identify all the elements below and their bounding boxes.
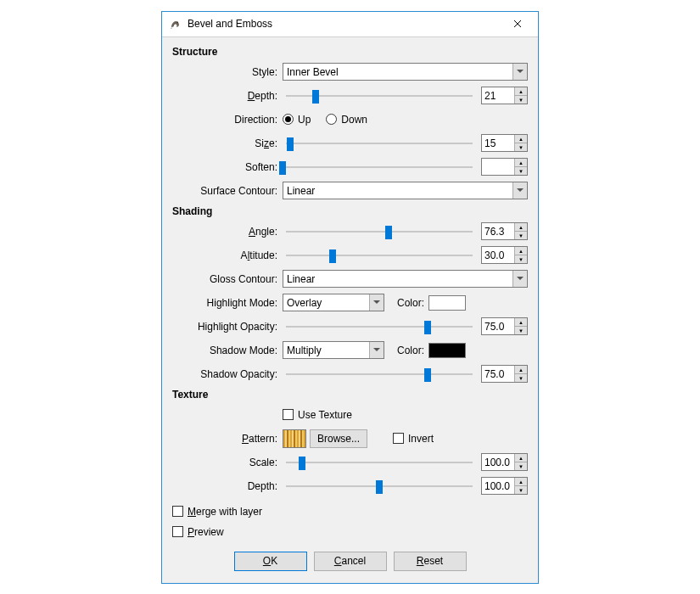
ok-button[interactable]: OK (234, 552, 307, 571)
highlight-mode-value: Overlay (283, 294, 369, 311)
angle-input[interactable] (482, 223, 514, 239)
merge-label: Merge with layer (188, 506, 262, 518)
close-button[interactable] (501, 12, 535, 36)
bevel-emboss-dialog: Bevel and Emboss Structure Style: Inner … (161, 11, 539, 584)
highlight-color-swatch[interactable] (428, 295, 466, 311)
texture-depth-spinner[interactable]: ▲▼ (481, 477, 528, 495)
structure-heading: Structure (172, 46, 528, 58)
spin-up-icon[interactable]: ▲ (515, 454, 527, 462)
highlight-mode-label: Highlight Mode: (172, 297, 283, 309)
spin-down-icon[interactable]: ▼ (515, 486, 527, 494)
angle-label: Angle: (172, 226, 283, 238)
shadow-opacity-slider[interactable] (283, 366, 476, 383)
soften-label: Soften: (172, 161, 283, 173)
soften-spinner[interactable]: ▲▼ (481, 158, 528, 176)
size-spinner[interactable]: ▲▼ (481, 134, 528, 152)
radio-indicator (326, 114, 337, 125)
texture-depth-label: Depth: (172, 480, 283, 492)
texture-depth-input[interactable] (482, 478, 514, 494)
invert-label: Invert (408, 433, 434, 445)
direction-up-label: Up (298, 114, 311, 126)
surface-contour-combo[interactable]: Linear (283, 182, 528, 199)
shading-heading: Shading (172, 205, 528, 217)
spin-up-icon[interactable]: ▲ (515, 135, 527, 143)
gloss-contour-combo[interactable]: Linear (283, 270, 528, 288)
shadow-opacity-spinner[interactable]: ▲▼ (481, 365, 528, 383)
spin-down-icon[interactable]: ▼ (515, 327, 527, 334)
gloss-contour-value: Linear (283, 271, 512, 287)
style-combo[interactable]: Inner Bevel (283, 63, 528, 81)
spin-up-icon[interactable]: ▲ (515, 159, 527, 167)
depth-spinner[interactable]: ▲▼ (481, 87, 528, 104)
spin-down-icon[interactable]: ▼ (515, 255, 527, 263)
soften-slider[interactable] (283, 159, 476, 176)
highlight-opacity-slider[interactable] (283, 318, 476, 335)
spin-down-icon[interactable]: ▼ (515, 374, 527, 382)
cancel-button[interactable]: Cancel (314, 552, 387, 571)
spin-up-icon[interactable]: ▲ (515, 223, 527, 232)
texture-scale-input[interactable] (482, 454, 514, 470)
chevron-down-icon[interactable] (369, 294, 384, 311)
texture-scale-label: Scale: (172, 457, 283, 468)
dialog-content: Structure Style: Inner Bevel Depth: ▲▼ D (162, 37, 538, 583)
direction-down-radio[interactable]: Down (326, 114, 367, 126)
spin-up-icon[interactable]: ▲ (515, 87, 527, 96)
browse-button[interactable]: Browse... (310, 429, 367, 448)
shadow-color-swatch[interactable] (428, 343, 466, 358)
altitude-input[interactable] (482, 247, 514, 263)
highlight-mode-combo[interactable]: Overlay (283, 294, 384, 311)
spin-up-icon[interactable]: ▲ (515, 478, 527, 486)
spin-up-icon[interactable]: ▲ (515, 247, 527, 255)
highlight-color-label: Color: (395, 297, 428, 309)
titlebar: Bevel and Emboss (162, 12, 538, 37)
altitude-label: Altitude: (172, 249, 283, 261)
texture-depth-slider[interactable] (283, 478, 476, 495)
spin-down-icon[interactable]: ▼ (515, 96, 527, 104)
use-texture-label: Use Texture (298, 409, 352, 421)
pattern-swatch[interactable] (283, 429, 306, 448)
highlight-opacity-spinner[interactable]: ▲▼ (481, 317, 528, 335)
texture-scale-slider[interactable] (283, 454, 476, 471)
texture-heading: Texture (172, 389, 528, 401)
size-input[interactable] (482, 135, 514, 151)
shadow-mode-combo[interactable]: Multiply (283, 341, 384, 359)
depth-slider[interactable] (283, 87, 476, 104)
app-icon (169, 17, 182, 31)
shadow-mode-label: Shadow Mode: (172, 345, 283, 356)
checkbox-indicator (393, 433, 404, 444)
texture-scale-spinner[interactable]: ▲▼ (481, 453, 528, 471)
chevron-down-icon[interactable] (512, 182, 527, 199)
direction-up-radio[interactable]: Up (283, 114, 311, 126)
svg-point-0 (176, 21, 178, 23)
highlight-opacity-input[interactable] (482, 318, 514, 334)
spin-up-icon[interactable]: ▲ (515, 318, 527, 327)
spin-down-icon[interactable]: ▼ (515, 167, 527, 175)
checkbox-indicator (172, 506, 183, 517)
preview-checkbox[interactable]: Preview (172, 526, 224, 538)
chevron-down-icon[interactable] (369, 342, 384, 358)
preview-label: Preview (188, 526, 224, 538)
angle-spinner[interactable]: ▲▼ (481, 222, 528, 240)
radio-indicator (283, 114, 294, 125)
spin-down-icon[interactable]: ▼ (515, 143, 527, 151)
use-texture-checkbox[interactable]: Use Texture (283, 409, 352, 421)
soften-input[interactable] (482, 159, 514, 175)
size-label: Size: (172, 137, 283, 149)
altitude-spinner[interactable]: ▲▼ (481, 246, 528, 264)
size-slider[interactable] (283, 135, 476, 152)
shadow-opacity-input[interactable] (482, 366, 514, 382)
spin-down-icon[interactable]: ▼ (515, 462, 527, 470)
checkbox-indicator (283, 409, 294, 420)
chevron-down-icon[interactable] (512, 271, 527, 287)
invert-checkbox[interactable]: Invert (393, 433, 434, 445)
surface-contour-label: Surface Contour: (172, 185, 283, 197)
spin-up-icon[interactable]: ▲ (515, 366, 527, 374)
spin-down-icon[interactable]: ▼ (515, 232, 527, 239)
shadow-opacity-label: Shadow Opacity: (172, 368, 283, 380)
altitude-slider[interactable] (283, 247, 476, 264)
depth-input[interactable] (482, 87, 514, 104)
reset-button[interactable]: Reset (394, 552, 467, 571)
merge-with-layer-checkbox[interactable]: Merge with layer (172, 506, 262, 518)
chevron-down-icon[interactable] (512, 64, 527, 80)
angle-slider[interactable] (283, 223, 476, 240)
